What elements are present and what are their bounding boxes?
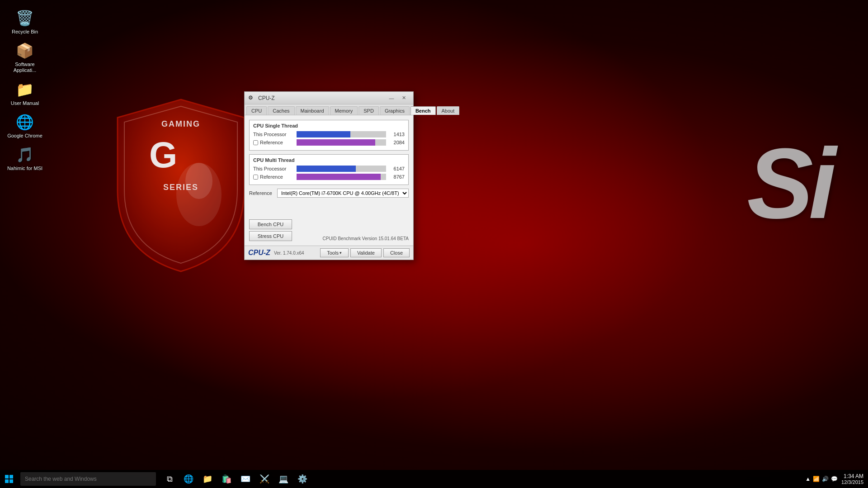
minimize-button[interactable]: — [386, 94, 397, 103]
tab-cpu[interactable]: CPU [246, 106, 267, 115]
expand-tray-icon[interactable]: ▲ [805, 476, 811, 482]
tab-memory[interactable]: Memory [330, 106, 358, 115]
svg-rect-6 [9, 475, 13, 479]
multi-this-processor-bar [297, 166, 356, 172]
taskbar-time: 1:34 AM [841, 473, 863, 479]
reference-dropdown-row: Reference Intel(R) Core(TM) i7-6700K CPU… [249, 189, 409, 198]
svg-point-4 [185, 163, 212, 199]
chrome-icon: 🌐 [16, 113, 34, 131]
taskbar-sys-icons: ▲ 📶 🔊 💬 [805, 476, 838, 482]
multi-reference-bar [297, 174, 381, 180]
start-button[interactable] [0, 470, 18, 488]
close-button-footer[interactable]: Close [383, 248, 410, 257]
multi-this-processor-row: This Processor 6147 [253, 166, 405, 172]
footer-logo: CPU-Z [248, 249, 270, 257]
single-this-processor-bar [297, 131, 350, 137]
window-controls: — ✕ [386, 94, 410, 103]
tab-about[interactable]: About [437, 106, 460, 115]
taskbar-app2-icon[interactable]: 💻 [274, 470, 292, 488]
taskbar-folder-icon[interactable]: 📁 [198, 470, 217, 488]
msi-shield-logo: G GAMING SERIES [108, 90, 253, 280]
desktop-icon-recycle-bin[interactable]: 🗑️ Recycle Bin [7, 9, 43, 35]
taskbar-search-input[interactable] [20, 472, 156, 486]
taskbar-clock[interactable]: 1:34 AM 12/3/2015 [841, 473, 863, 485]
window-titlebar[interactable]: ⚙ CPU-Z — ✕ [245, 92, 413, 104]
taskbar-cpuz-icon[interactable]: ⚙️ [293, 470, 311, 488]
multi-reference-checkbox[interactable] [253, 175, 258, 180]
volume-icon[interactable]: 🔊 [822, 476, 829, 482]
single-thread-section: CPU Single Thread This Processor 1413 Re… [249, 120, 409, 151]
nahimic-label: Nahimic for MSI [7, 166, 42, 171]
msi-logo-text: Si [747, 127, 832, 241]
multi-this-processor-value: 6147 [389, 166, 405, 171]
chrome-label: Google Chrome [7, 133, 42, 139]
nahimic-icon: 🎵 [16, 146, 34, 164]
window-title: CPU-Z [258, 95, 386, 101]
svg-rect-8 [9, 479, 13, 483]
single-reference-value: 2084 [389, 140, 405, 145]
cpuz-icon: ⚙ [248, 95, 255, 102]
window-footer: CPU-Z Ver. 1.74.0.x64 Tools Validate Clo… [245, 246, 413, 260]
desktop-icons-container: 🗑️ Recycle Bin 📦 Software Applicati... 📁… [0, 0, 50, 180]
multi-thread-section: CPU Multi Thread This Processor 6147 Ref… [249, 154, 409, 185]
taskbar-task-view[interactable]: ⧉ [160, 470, 179, 488]
single-this-processor-value: 1413 [389, 132, 405, 137]
desktop-icon-software[interactable]: 📦 Software Applicati... [7, 42, 43, 73]
single-this-processor-row: This Processor 1413 [253, 131, 405, 137]
taskbar-date: 12/3/2015 [841, 479, 863, 485]
single-reference-row: Reference 2084 [253, 139, 405, 146]
windows-logo-icon [5, 474, 14, 483]
validate-button[interactable]: Validate [350, 248, 382, 257]
taskbar-edge-icon[interactable]: 🌐 [179, 470, 198, 488]
taskbar-store-icon[interactable]: 🛍️ [217, 470, 236, 488]
tab-bar: CPU Caches Mainboard Memory SPD Graphics… [245, 104, 413, 115]
bench-cpu-button[interactable]: Bench CPU [249, 219, 292, 229]
recycle-bin-label: Recycle Bin [12, 29, 38, 35]
multi-reference-bar-container [297, 174, 386, 180]
desktop-icon-chrome[interactable]: 🌐 Google Chrome [7, 113, 43, 139]
multi-this-processor-bar-container [297, 166, 386, 172]
notification-icon[interactable]: 💬 [831, 476, 838, 482]
multi-reference-value: 8767 [389, 174, 405, 180]
tab-mainboard[interactable]: Mainboard [296, 106, 329, 115]
tab-graphics[interactable]: Graphics [380, 106, 410, 115]
close-button-titlebar[interactable]: ✕ [398, 94, 410, 103]
tools-button[interactable]: Tools [320, 248, 349, 257]
svg-text:G: G [149, 135, 177, 175]
taskbar-right-area: ▲ 📶 🔊 💬 1:34 AM 12/3/2015 [805, 473, 868, 485]
tab-spd[interactable]: SPD [359, 106, 379, 115]
benchmark-version: CPUID Benchmark Version 15.01.64 BETA [323, 236, 409, 241]
single-reference-label: Reference [253, 140, 294, 145]
multi-reference-row: Reference 8767 [253, 174, 405, 180]
window-content: CPU Single Thread This Processor 1413 Re… [245, 115, 413, 246]
single-reference-bar [297, 139, 375, 146]
reference-dropdown-label: Reference [249, 190, 273, 196]
taskbar-app-icons: ⧉ 🌐 📁 🛍️ ✉️ ⚔️ 💻 ⚙️ [160, 470, 311, 488]
stress-cpu-button[interactable]: Stress CPU [249, 231, 292, 241]
software-label: Software Applicati... [7, 62, 43, 73]
single-reference-checkbox[interactable] [253, 140, 258, 145]
multi-this-processor-label: This Processor [253, 166, 294, 171]
single-thread-title: CPU Single Thread [253, 123, 405, 128]
multi-reference-label: Reference [253, 174, 294, 180]
network-icon[interactable]: 📶 [813, 476, 820, 482]
taskbar-mail-icon[interactable]: ✉️ [236, 470, 255, 488]
single-reference-bar-container [297, 139, 386, 146]
reference-dropdown[interactable]: Intel(R) Core(TM) i7-6700K CPU @ 4.00GHz… [277, 189, 409, 198]
software-icon: 📦 [16, 42, 34, 60]
user-manual-icon: 📁 [16, 81, 34, 99]
recycle-bin-icon: 🗑️ [16, 9, 34, 27]
svg-rect-5 [5, 475, 9, 479]
svg-rect-7 [5, 479, 9, 483]
desktop-icon-user-manual[interactable]: 📁 User Manual [7, 81, 43, 106]
tab-bench[interactable]: Bench [410, 106, 436, 115]
multi-thread-title: CPU Multi Thread [253, 157, 405, 163]
footer-version: Ver. 1.74.0.x64 [274, 251, 304, 256]
tab-caches[interactable]: Caches [268, 106, 294, 115]
taskbar-app1-icon[interactable]: ⚔️ [255, 470, 274, 488]
bench-buttons: Bench CPU Stress CPU [249, 219, 292, 241]
cpuz-window: ⚙ CPU-Z — ✕ CPU Caches Mainboard Memory … [244, 91, 414, 260]
desktop-icon-nahimic[interactable]: 🎵 Nahimic for MSI [7, 146, 43, 171]
single-this-processor-label: This Processor [253, 132, 294, 137]
user-manual-label: User Manual [11, 100, 39, 106]
